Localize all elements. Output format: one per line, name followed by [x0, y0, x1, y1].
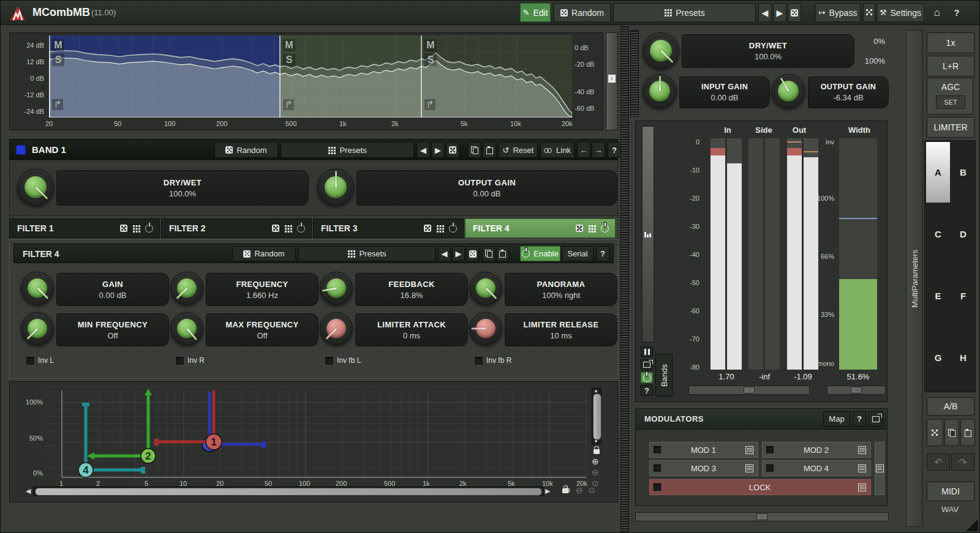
power-icon[interactable] [145, 225, 153, 233]
band-move-left-button[interactable]: ← [577, 142, 590, 158]
zoom-all-icon[interactable]: ⊙ [588, 485, 595, 495]
mod-1-checkbox[interactable] [653, 445, 662, 454]
band-paste-button[interactable] [483, 142, 496, 158]
lock-icon[interactable] [594, 449, 600, 454]
mod-2-checkbox[interactable] [766, 445, 774, 454]
lock-button[interactable]: LOCK [649, 479, 871, 495]
copy-slot-button[interactable] [944, 419, 959, 446]
band-prev-button[interactable]: ◀ [417, 142, 430, 158]
filter-prev-button[interactable]: ◀ [438, 246, 451, 261]
zoom-out-icon[interactable]: ⊖ [592, 468, 599, 477]
feedback-display[interactable]: FEEDBACK16.8% [355, 273, 468, 306]
presets-grid-icon[interactable] [284, 225, 292, 233]
channel-mode-button[interactable]: L+R [927, 56, 974, 76]
panorama-display[interactable]: PANORAMA100% right [505, 273, 617, 306]
slot-c[interactable]: C [926, 204, 950, 264]
meter-popup-button[interactable] [641, 359, 653, 370]
zoom-in-icon[interactable]: ⊕ [592, 457, 599, 466]
bypass-button[interactable]: ↦ Bypass [815, 3, 861, 22]
tab-filter-2[interactable]: FILTER 2 [161, 218, 312, 238]
meter-side-left[interactable] [748, 138, 763, 370]
panorama-knob[interactable] [469, 272, 502, 305]
graph-vscrollbar[interactable]: ▲ ▼ [592, 388, 601, 444]
mod-collapse-button[interactable] [875, 442, 884, 495]
band-reset-button[interactable]: ↺Reset [499, 142, 538, 158]
limiter-attack-display[interactable]: LIMITER ATTACK0 ms [355, 313, 468, 346]
scroll-left-icon[interactable]: ◀ [26, 487, 31, 495]
band2-analysis-icon[interactable]: ↱ [283, 99, 294, 110]
meter-width[interactable] [839, 138, 877, 370]
spectrum-plot[interactable]: M S M S M S ↱ ↱ ↱ [49, 35, 572, 117]
limiter-release-knob[interactable] [469, 312, 502, 345]
mod-4-checkbox[interactable] [766, 464, 774, 472]
bands-button[interactable]: Bands [655, 354, 673, 397]
zoom-out-icon[interactable]: ⊖ [576, 485, 583, 495]
gain-display[interactable]: GAIN0.00 dB [56, 273, 169, 306]
meter-in-right[interactable] [727, 138, 742, 370]
home-button[interactable]: ⌂ [929, 3, 945, 22]
meter-help-button[interactable]: ? [641, 385, 653, 396]
scroll-right-icon[interactable]: ▶ [545, 487, 550, 495]
band3-side-button[interactable]: S [424, 54, 437, 66]
max-frequency-knob[interactable] [170, 312, 203, 345]
inv-l-checkbox[interactable] [26, 356, 35, 365]
filter-presets-button[interactable]: Presets [298, 246, 435, 261]
dice-icon[interactable] [424, 225, 431, 232]
meter-out-left[interactable] [787, 138, 802, 370]
tab-filter-1[interactable]: FILTER 1 [9, 218, 160, 238]
filter-paste-button[interactable] [496, 246, 509, 261]
help-button[interactable]: ? [949, 3, 965, 22]
presets-grid-icon[interactable] [588, 225, 596, 233]
edit-button[interactable]: ✎ Edit [520, 3, 551, 22]
tab-filter-3[interactable]: FILTER 3 [313, 218, 464, 238]
band2-mid-button[interactable]: M [283, 39, 295, 51]
band-copy-button[interactable] [468, 142, 481, 158]
power-icon[interactable] [297, 225, 305, 233]
presets-grid-icon[interactable] [436, 225, 444, 233]
resize-handle-icon[interactable]: ↕ [608, 75, 616, 83]
band-dry-wet-display[interactable]: DRY/WET 100.0% [56, 170, 309, 206]
band-output-gain-knob[interactable] [317, 169, 354, 206]
band-output-gain-display[interactable]: OUTPUT GAIN 0.00 dB [356, 170, 617, 206]
filter-copy-button[interactable] [482, 246, 495, 261]
slot-e[interactable]: E [926, 266, 950, 326]
panel-divider-handle[interactable] [620, 26, 629, 533]
gain-knob[interactable] [21, 272, 54, 305]
limiter-button[interactable]: LIMITER [927, 117, 974, 138]
redo-button[interactable]: ↷ [951, 453, 974, 471]
min-frequency-knob[interactable] [21, 312, 54, 345]
filter-random-button[interactable]: Random [232, 246, 296, 261]
inv-fb-l-checkbox[interactable] [325, 356, 334, 365]
spectrum-zoom-slider[interactable]: ↕ [606, 32, 618, 130]
right-panel-scrollbar[interactable]: ↔ [635, 512, 889, 521]
frequency-display[interactable]: FREQUENCY1.660 Hz [206, 273, 318, 306]
spectrum-analyzer[interactable]: 24 dB 12 dB 0 dB -12 dB -24 dB 0 dB -20 … [9, 32, 603, 130]
mod-1-button[interactable]: MOD 1 [649, 442, 758, 458]
meter-in-left[interactable] [710, 138, 725, 370]
mod-3-button[interactable]: MOD 3 [649, 460, 758, 476]
mod-menu-icon[interactable] [745, 446, 753, 454]
modulators-popup-button[interactable] [869, 411, 883, 427]
band-randomize-button[interactable] [446, 142, 459, 158]
limiter-release-display[interactable]: LIMITER RELEASE10 ms [505, 313, 617, 346]
band-dry-wet-knob[interactable] [17, 169, 54, 206]
input-gain-display[interactable]: INPUT GAIN 0.00 dB [679, 76, 770, 108]
meter-range-bar[interactable]: ↔ [688, 386, 810, 395]
lock-menu-icon[interactable] [858, 483, 866, 491]
output-gain-display[interactable]: OUTPUT GAIN -6.34 dB [808, 76, 889, 108]
dice-icon[interactable] [576, 225, 583, 232]
midi-button[interactable]: MIDI [927, 482, 974, 501]
band1-analysis-icon[interactable]: ↱ [52, 99, 63, 110]
meter-pause-button[interactable] [641, 346, 653, 357]
filter-randomize-button[interactable] [466, 246, 479, 261]
slot-a-active[interactable]: A [926, 142, 950, 203]
limiter-attack-knob[interactable] [320, 312, 353, 345]
width-range-bar[interactable]: ↔ [827, 386, 886, 395]
resize-grip[interactable] [966, 519, 978, 531]
mod-4-button[interactable]: MOD 4 [762, 460, 871, 476]
mod-menu-icon[interactable] [858, 446, 866, 454]
band3-mid-button[interactable]: M [424, 39, 437, 51]
inv-r-checkbox[interactable] [175, 356, 184, 365]
filter-next-button[interactable]: ▶ [452, 246, 465, 261]
meter-out-right[interactable] [804, 138, 818, 370]
